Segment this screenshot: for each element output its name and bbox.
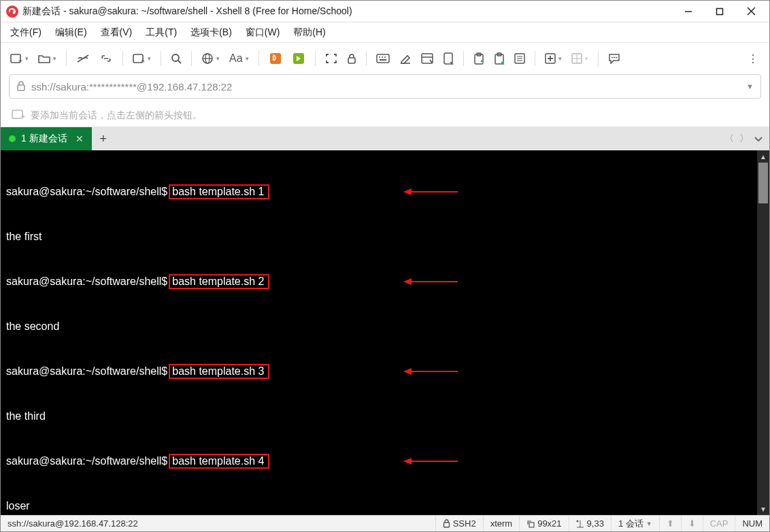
status-term: xterm xyxy=(484,516,520,531)
xftp-app-icon[interactable] xyxy=(288,49,309,68)
panel-button[interactable] xyxy=(417,50,437,67)
script-button[interactable] xyxy=(439,50,458,67)
chevron-down-icon: ▼ xyxy=(646,520,652,527)
tab-strip: 1 新建会话 ✕ + 〈 〉 xyxy=(1,127,769,150)
keyboard-button[interactable] xyxy=(372,51,394,66)
svg-rect-54 xyxy=(443,522,449,527)
chevron-down-icon: ▾ xyxy=(585,55,588,62)
svg-rect-21 xyxy=(380,59,386,61)
status-download-icon: ⬇ xyxy=(682,516,703,531)
font-button[interactable]: Aa▾ xyxy=(225,50,253,67)
minimize-button[interactable] xyxy=(673,1,704,22)
terminal[interactable]: sakura@sakura:~/software/shell$ bash tem… xyxy=(1,150,769,515)
tab-prev-button[interactable]: 〈 xyxy=(724,133,734,145)
tile-layout-button[interactable]: ▾ xyxy=(567,50,592,67)
link-button[interactable] xyxy=(95,52,117,65)
chevron-down-icon: ▾ xyxy=(25,55,29,62)
prompt: sakura@sakura:~/software/shell$ xyxy=(6,454,167,469)
more-button[interactable]: ⋮ xyxy=(742,48,764,69)
tab-next-button[interactable]: 〉 xyxy=(739,133,749,145)
address-bar[interactable]: ssh://sakura:************@192.168.47.128… xyxy=(9,74,761,99)
scroll-up-icon[interactable]: ▲ xyxy=(757,150,769,163)
svg-marker-49 xyxy=(403,278,412,285)
new-tab-button[interactable]: + xyxy=(92,127,115,150)
svg-point-9 xyxy=(172,54,179,61)
output: loser xyxy=(6,499,30,514)
prompt: sakura@sakura:~/software/shell$ xyxy=(6,184,167,199)
separator xyxy=(315,51,316,66)
properties-button[interactable]: +▾ xyxy=(129,50,155,67)
separator xyxy=(161,51,161,66)
svg-line-10 xyxy=(178,61,181,63)
menu-window[interactable]: 窗口(W) xyxy=(239,24,287,41)
clipboard-right-button[interactable] xyxy=(490,50,509,67)
scroll-down-icon[interactable]: ▼ xyxy=(757,503,769,515)
chat-button[interactable] xyxy=(604,50,624,67)
close-button[interactable] xyxy=(735,1,767,22)
chevron-down-icon: ▾ xyxy=(558,55,562,62)
svg-rect-1 xyxy=(717,8,723,14)
annotation-arrow-icon xyxy=(403,457,458,465)
status-cap: CAP xyxy=(703,516,736,531)
svg-rect-16 xyxy=(348,58,355,63)
status-bar: ssh://sakura@192.168.47.128:22 SSH2 xter… xyxy=(1,515,769,531)
svg-point-42 xyxy=(616,57,617,59)
output: the first xyxy=(6,229,41,244)
hint-text: 要添加当前会话，点击左侧的箭头按钮。 xyxy=(31,110,202,122)
status-connection: ssh://sakura@192.168.47.128:22 xyxy=(1,516,436,531)
lock-button[interactable] xyxy=(343,50,361,67)
highlighter-button[interactable] xyxy=(395,50,416,67)
terminal-scrollbar[interactable]: ▲ ▼ xyxy=(757,150,769,515)
svg-marker-53 xyxy=(403,458,412,465)
separator xyxy=(463,51,464,66)
svg-point-41 xyxy=(614,57,615,59)
add-tile-button[interactable]: ▾ xyxy=(541,50,566,67)
status-sessions[interactable]: 1 会话 ▼ xyxy=(612,516,660,531)
add-session-icon[interactable]: + xyxy=(12,109,25,122)
window-controls xyxy=(673,1,767,22)
open-folder-button[interactable]: ▾ xyxy=(34,51,61,66)
status-upload-icon: ⬆ xyxy=(660,516,682,531)
globe-button[interactable]: ▾ xyxy=(197,50,224,67)
disconnect-button[interactable] xyxy=(72,51,94,66)
command-highlight: bash template.sh 3 xyxy=(169,364,269,379)
tab-close-button[interactable]: ✕ xyxy=(76,133,84,144)
paste-button[interactable] xyxy=(469,50,488,67)
tab-list-button[interactable] xyxy=(754,133,763,144)
tab-label: 1 新建会话 xyxy=(21,133,67,145)
separator xyxy=(535,51,535,66)
menu-tabs[interactable]: 选项卡(B) xyxy=(184,24,239,41)
xshell-app-icon[interactable] xyxy=(265,49,286,68)
command-highlight: bash template.sh 2 xyxy=(169,274,269,289)
annotation-arrow-icon xyxy=(403,278,458,286)
separator xyxy=(258,51,259,66)
toolbar: +▾ ▾ +▾ ▾ Aa▾ ▾ ▾ ⋮ xyxy=(1,43,769,74)
fullscreen-button[interactable] xyxy=(321,50,341,67)
svg-rect-55 xyxy=(529,522,534,527)
maximize-button[interactable] xyxy=(704,1,735,22)
new-session-button[interactable]: +▾ xyxy=(6,50,33,67)
list-button[interactable] xyxy=(510,50,529,67)
app-window: 新建会话 - sakura@sakura: ~/software/shell -… xyxy=(0,0,770,532)
annotation-arrow-icon xyxy=(403,367,458,376)
window-title: 新建会话 - sakura@sakura: ~/software/shell -… xyxy=(22,5,673,18)
svg-text:+: + xyxy=(18,57,22,64)
menu-help[interactable]: 帮助(H) xyxy=(286,24,332,41)
separator xyxy=(191,51,192,66)
menu-view[interactable]: 查看(V) xyxy=(94,24,139,41)
terminal-pane-wrapper: sakura@sakura:~/software/shell$ bash tem… xyxy=(1,150,769,515)
svg-marker-51 xyxy=(403,368,412,375)
menu-edit[interactable]: 编辑(E) xyxy=(48,24,94,41)
menu-tools[interactable]: 工具(T) xyxy=(139,24,184,41)
menu-file[interactable]: 文件(F) xyxy=(3,24,48,41)
tab-active[interactable]: 1 新建会话 ✕ xyxy=(1,127,92,150)
tab-nav: 〈 〉 xyxy=(718,127,769,150)
chevron-down-icon[interactable]: ▼ xyxy=(746,82,754,90)
output: the second xyxy=(6,319,59,334)
separator xyxy=(598,51,599,66)
separator xyxy=(66,51,67,66)
title-bar: 新建会话 - sakura@sakura: ~/software/shell -… xyxy=(1,1,769,22)
svg-marker-47 xyxy=(403,188,412,195)
search-button[interactable] xyxy=(167,50,186,67)
scroll-thumb[interactable] xyxy=(758,163,768,203)
